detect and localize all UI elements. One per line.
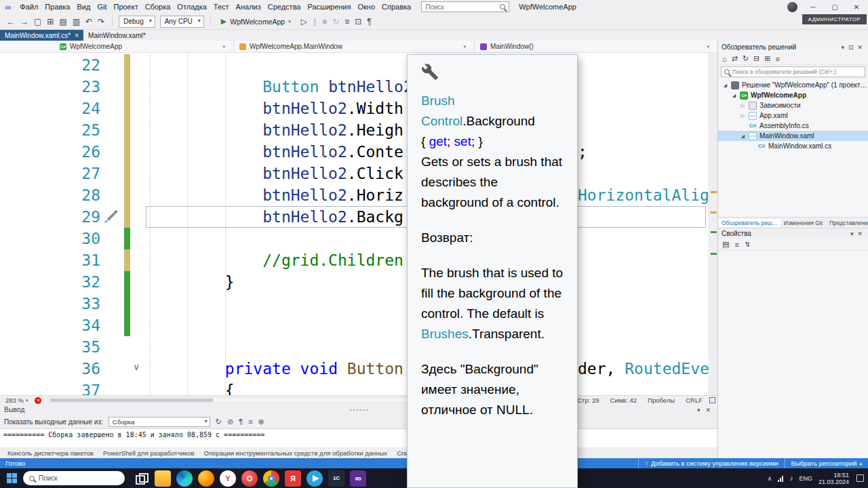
run-button[interactable]: ▶ WpfWelcomeApp ▾ bbox=[216, 17, 296, 26]
pause-icon[interactable]: ∥ bbox=[310, 17, 319, 26]
save-icon[interactable]: ▤ bbox=[56, 17, 69, 26]
dock-icon[interactable]: ▾ bbox=[848, 230, 856, 237]
se-tab-0[interactable]: Обозреватель реш... bbox=[718, 219, 781, 227]
quick-search-box[interactable]: Поиск bbox=[421, 1, 509, 12]
taskbar-icon-visual-studio[interactable]: ∞ bbox=[350, 470, 366, 487]
taskbar-icon-app-dark[interactable]: 1С bbox=[328, 470, 344, 487]
zoom-select[interactable]: 283 % ▾ bbox=[5, 396, 28, 404]
tree-expanded-icon[interactable]: ◢ bbox=[740, 134, 746, 139]
find-in-files-icon[interactable]: ⊡ bbox=[352, 17, 364, 26]
line-number[interactable]: 28 bbox=[0, 184, 100, 206]
code-editor[interactable]: 2223Button btnHello224btnHello2.Width25b… bbox=[0, 53, 709, 395]
menu-item-2[interactable]: Вид bbox=[74, 3, 94, 11]
code-line-30[interactable]: 30 bbox=[0, 228, 709, 249]
taskbar-icon-task-view[interactable] bbox=[133, 470, 149, 487]
code-line-32[interactable]: 32} bbox=[0, 271, 709, 293]
tool-tab-1[interactable]: PowerShell для разработчиков bbox=[98, 449, 199, 458]
code-line-26[interactable]: 26btnHello2.Conte; bbox=[0, 141, 709, 163]
line-number[interactable]: 23 bbox=[0, 76, 100, 98]
forward-icon[interactable]: → bbox=[18, 17, 31, 26]
tree-item-3[interactable]: ▷<>App.xaml bbox=[718, 110, 868, 121]
tree-item-0[interactable]: ◢Решение "WpfWelcomeApp" (1 проекта из 1… bbox=[718, 80, 868, 90]
se-tab-2[interactable]: Представлени... bbox=[826, 219, 868, 227]
clear-all-icon[interactable]: ⊘ bbox=[227, 418, 233, 426]
menu-item-10[interactable]: Расширения bbox=[304, 3, 354, 11]
taskbar-icon-yandex[interactable]: Я bbox=[285, 470, 301, 487]
output-source-select[interactable]: Сборка bbox=[108, 417, 210, 427]
split-view-icon[interactable] bbox=[709, 397, 715, 403]
code-line-22[interactable]: 22 bbox=[0, 54, 709, 76]
line-number[interactable]: 36 bbox=[0, 358, 100, 380]
breadcrumb-0[interactable]: C#WpfWelcomeApp▾ bbox=[0, 41, 234, 52]
save-all-icon[interactable]: ▥ bbox=[70, 17, 83, 26]
close-icon[interactable]: ✕ bbox=[855, 44, 865, 51]
code-line-36[interactable]: 36private void Buttonder, RoutedEve∨ bbox=[0, 358, 709, 380]
network-icon[interactable] bbox=[778, 475, 783, 482]
properties-icon[interactable]: ≡ bbox=[776, 55, 780, 63]
line-number[interactable]: 26 bbox=[0, 141, 100, 163]
tree-item-6[interactable]: C#MainWindow.xaml.cs bbox=[718, 141, 868, 151]
collapse-chevron-icon[interactable]: ∨ bbox=[133, 361, 140, 372]
dock-icon[interactable]: ▾ bbox=[839, 44, 846, 51]
menu-item-1[interactable]: Правка bbox=[41, 3, 73, 11]
code-line-31[interactable]: 31//grid.Children bbox=[0, 249, 709, 271]
line-number[interactable]: 25 bbox=[0, 119, 100, 141]
taskbar-icon-file-explorer[interactable] bbox=[155, 470, 171, 487]
line-number[interactable]: 31 bbox=[0, 249, 100, 271]
menu-item-9[interactable]: Средства bbox=[264, 3, 304, 11]
line-number[interactable]: 34 bbox=[0, 314, 100, 336]
se-tab-1[interactable]: Изменения Git bbox=[781, 219, 826, 227]
line-number[interactable]: 37 bbox=[0, 380, 100, 395]
menu-item-0[interactable]: Файл bbox=[16, 3, 41, 11]
line-number[interactable]: 22 bbox=[0, 54, 100, 76]
doc-tab-0[interactable]: MainWindow.xaml.cs*× bbox=[0, 30, 83, 41]
stop-icon[interactable]: ⊗ bbox=[258, 418, 264, 426]
close-button[interactable]: ✕ bbox=[850, 3, 863, 11]
start-button[interactable] bbox=[7, 473, 17, 483]
home-icon[interactable]: ⌂ bbox=[722, 55, 727, 63]
menu-item-12[interactable]: Справка bbox=[378, 3, 414, 11]
solution-configurations-icon[interactable]: ≡ bbox=[342, 17, 352, 26]
minimize-button[interactable]: ─ bbox=[807, 3, 819, 11]
editor-vertical-scrollbar[interactable] bbox=[709, 53, 717, 395]
close-icon[interactable]: ✕ bbox=[855, 230, 865, 237]
line-number[interactable]: 32 bbox=[0, 271, 100, 293]
code-line-34[interactable]: 34 bbox=[0, 314, 709, 336]
taskbar-icon-opera[interactable]: O bbox=[241, 470, 258, 487]
tree-item-2[interactable]: ▷Зависимости bbox=[718, 100, 868, 110]
breadcrumb-2[interactable]: MainWindow()▾ bbox=[475, 41, 717, 52]
menu-item-8[interactable]: Анализ bbox=[233, 3, 264, 11]
symbol-link[interactable]: Brushes bbox=[421, 327, 469, 341]
alphabetical-icon[interactable]: ≡ bbox=[734, 241, 738, 249]
solution-search-box[interactable]: Поиск в обозревателе решений (Ctrl+;) bbox=[721, 66, 865, 77]
tree-item-1[interactable]: ◢C#WpfWelcomeApp bbox=[718, 90, 868, 100]
debug-config-select[interactable]: Debug bbox=[119, 16, 155, 28]
select-repository-button[interactable]: Выбрать репозиторий ▴ bbox=[785, 458, 868, 468]
undo-icon[interactable]: ↶ bbox=[83, 17, 95, 26]
status-spaces[interactable]: Пробелы bbox=[648, 396, 675, 404]
tree-expanded-icon[interactable]: ◢ bbox=[731, 93, 737, 98]
tool-tab-2[interactable]: Операции инструментальных средств для об… bbox=[199, 449, 393, 458]
tray-clock[interactable]: 18:51 21.03.2024 bbox=[818, 472, 849, 485]
line-number[interactable]: 27 bbox=[0, 163, 100, 184]
scrollbar-thumb[interactable] bbox=[50, 399, 213, 402]
taskbar-icon-telegram[interactable] bbox=[307, 470, 323, 487]
menu-item-7[interactable]: Тест bbox=[210, 3, 233, 11]
notification-center-icon[interactable] bbox=[856, 474, 864, 482]
tree-collapsed-icon[interactable]: ▷ bbox=[740, 113, 746, 119]
line-number[interactable]: 35 bbox=[0, 336, 100, 358]
dock-icon[interactable]: ▾ bbox=[694, 407, 703, 413]
code-line-33[interactable]: 33 bbox=[0, 293, 709, 314]
code-line-28[interactable]: 28btnHello2.HorizHorizontalAlig bbox=[0, 184, 709, 206]
symbol-link[interactable]: Control bbox=[421, 114, 462, 128]
tree-expanded-icon[interactable]: ◢ bbox=[722, 83, 728, 88]
output-content[interactable]: ========== Сборка завершено в 18:45 и за… bbox=[0, 428, 717, 447]
collapse-all-icon[interactable]: ⊟ bbox=[753, 54, 760, 63]
taskbar-icon-chrome[interactable] bbox=[263, 470, 279, 487]
code-line-27[interactable]: 27btnHello2.Click bbox=[0, 163, 709, 184]
user-avatar[interactable] bbox=[787, 2, 797, 12]
code-line-37[interactable]: 37{ bbox=[0, 380, 709, 395]
code-line-23[interactable]: 23Button btnHello2 bbox=[0, 76, 709, 98]
menu-item-5[interactable]: Сборка bbox=[142, 3, 174, 11]
volume-icon[interactable]: ♪ bbox=[789, 474, 793, 482]
